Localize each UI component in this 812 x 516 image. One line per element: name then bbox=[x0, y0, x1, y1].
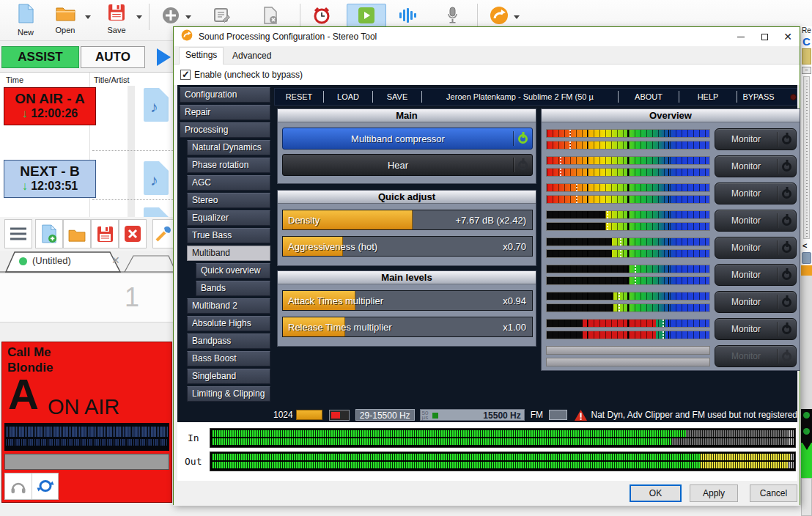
close-button[interactable]: ✕ bbox=[776, 28, 800, 45]
menu-item-bandpass[interactable]: Bandpass bbox=[187, 333, 270, 349]
tab-title[interactable]: (Untitled) bbox=[32, 255, 71, 266]
menu-item-quick-overview[interactable]: Quick overview bbox=[196, 263, 270, 279]
power-icon[interactable] bbox=[782, 325, 791, 334]
power-icon[interactable] bbox=[782, 298, 791, 307]
density-slider[interactable]: Density +7.67 dB (x2.42) bbox=[282, 210, 533, 230]
menu-item-processing[interactable]: Processing bbox=[180, 122, 270, 138]
enable-checkbox[interactable] bbox=[180, 70, 191, 80]
remove-file-button[interactable] bbox=[256, 4, 285, 27]
menu-button[interactable] bbox=[4, 219, 32, 248]
menu-item-limiting-clipping[interactable]: Limiting & Clipping bbox=[187, 386, 270, 402]
save-dropdown-caret[interactable] bbox=[136, 15, 142, 19]
menu-item-absolute-highs[interactable]: Absolute Highs bbox=[187, 316, 270, 331]
tab-advanced[interactable]: Advanced bbox=[226, 48, 277, 64]
load-button[interactable]: LOAD bbox=[324, 92, 372, 101]
monitor-button-2[interactable]: Monitor bbox=[715, 155, 797, 177]
menu-item-multiband-2[interactable]: Multiband 2 bbox=[187, 298, 270, 314]
help-button[interactable]: HELP bbox=[679, 92, 737, 101]
monitor-button-4[interactable]: Monitor bbox=[715, 210, 797, 232]
monitor-button-5[interactable]: Monitor bbox=[715, 237, 797, 259]
menu-item-bass-boost[interactable]: Bass Boost bbox=[187, 351, 270, 366]
menu-item-repair[interactable]: Repair bbox=[180, 105, 270, 120]
open-playlist-button[interactable] bbox=[63, 219, 91, 248]
menu-item-equalizer[interactable]: Equalizer bbox=[187, 210, 270, 226]
monitor-button-7[interactable]: Monitor bbox=[715, 291, 797, 313]
microphone-button[interactable] bbox=[438, 4, 467, 27]
trash-icon[interactable] bbox=[802, 252, 811, 264]
power-icon[interactable] bbox=[782, 216, 791, 226]
open-button[interactable]: Open bbox=[45, 4, 85, 34]
edge-color-swatch[interactable] bbox=[802, 48, 811, 64]
prelisten-button[interactable] bbox=[5, 473, 32, 499]
save-button[interactable]: Save bbox=[97, 4, 136, 34]
playlist-row-onair[interactable]: ON AIR - A ↓ 12:00:26 bbox=[4, 87, 96, 125]
assist-button[interactable]: ASSIST bbox=[1, 46, 79, 68]
menu-item-singleband[interactable]: Singleband bbox=[187, 369, 270, 384]
loop-button[interactable] bbox=[32, 473, 58, 499]
ok-button[interactable]: OK bbox=[630, 484, 682, 502]
multiband-compressor-button[interactable]: Multiband compressor bbox=[282, 128, 533, 150]
minimize-button[interactable] bbox=[729, 28, 753, 45]
power-icon[interactable] bbox=[782, 135, 791, 144]
stereo-tool-dropdown-caret[interactable] bbox=[514, 15, 520, 19]
attack-times-slider[interactable]: Attack Times multiplier x0.94 bbox=[282, 290, 533, 311]
playlist-play-icon[interactable] bbox=[157, 48, 171, 66]
open-dropdown-caret[interactable] bbox=[85, 15, 91, 19]
menu-item-stereo[interactable]: Stereo bbox=[187, 193, 270, 208]
tab-close-icon[interactable]: ✕ bbox=[111, 254, 120, 266]
aggressiveness-slider[interactable]: Aggressiveness (hot) x0.70 bbox=[282, 236, 533, 257]
edit-list-button[interactable] bbox=[207, 4, 237, 27]
edge-left-arrow[interactable]: < bbox=[802, 241, 807, 250]
release-times-slider[interactable]: Release Times multiplier x1.00 bbox=[282, 317, 533, 337]
save-playlist-button[interactable] bbox=[91, 219, 119, 248]
license-warning: Nat Dyn, Adv Clipper and FM used but not… bbox=[575, 410, 797, 421]
maximize-button[interactable] bbox=[753, 28, 776, 45]
audio-file-icon[interactable] bbox=[144, 207, 169, 217]
save-preset-button[interactable]: SAVE bbox=[373, 92, 421, 101]
menu-item-agc[interactable]: AGC bbox=[187, 175, 270, 191]
menu-item-phase-rotation[interactable]: Phase rotation bbox=[187, 158, 270, 173]
play-button[interactable] bbox=[347, 4, 386, 27]
scheduler-button[interactable] bbox=[307, 4, 336, 27]
menu-item-natural-dynamics[interactable]: Natural Dynamics bbox=[187, 140, 270, 155]
power-icon[interactable] bbox=[518, 134, 528, 144]
audio-file-icon[interactable] bbox=[144, 161, 169, 195]
audio-file-icon[interactable] bbox=[144, 88, 169, 122]
power-icon[interactable] bbox=[782, 270, 791, 280]
preset-name[interactable]: Jeroen Platenkamp - Sublime 2 FM (50 µ bbox=[422, 92, 618, 101]
add-dropdown-caret[interactable] bbox=[185, 15, 191, 19]
waveform-display[interactable] bbox=[4, 423, 169, 451]
cancel-button[interactable]: Cancel bbox=[750, 484, 797, 502]
power-icon[interactable] bbox=[518, 161, 528, 170]
edge-collapse-button[interactable]: − bbox=[802, 67, 811, 74]
menu-item-configuration[interactable]: Configuration bbox=[180, 87, 270, 103]
add-button[interactable] bbox=[156, 4, 185, 27]
clear-playlist-button[interactable] bbox=[119, 219, 147, 248]
monitor-button-1[interactable]: Monitor bbox=[715, 128, 797, 150]
hear-button[interactable]: Hear bbox=[282, 154, 533, 176]
about-button[interactable]: ABOUT bbox=[619, 92, 679, 101]
menu-item-true-bass[interactable]: True Bass bbox=[187, 228, 270, 243]
reset-button[interactable]: RESET bbox=[275, 92, 323, 101]
bypass-button[interactable]: BYPASS bbox=[737, 92, 780, 101]
monitor-button-3[interactable]: Monitor bbox=[715, 183, 797, 204]
monitor-button-6[interactable]: Monitor bbox=[715, 264, 797, 286]
power-icon[interactable] bbox=[782, 189, 791, 199]
apply-button[interactable]: Apply bbox=[690, 484, 738, 502]
stereo-tool-button[interactable] bbox=[484, 4, 514, 27]
power-icon[interactable] bbox=[782, 243, 791, 253]
vertical-scrollbar[interactable] bbox=[803, 76, 810, 239]
waveform-button[interactable] bbox=[394, 4, 423, 27]
tab-settings[interactable]: Settings bbox=[179, 47, 224, 64]
menu-item-bands[interactable]: Bands bbox=[196, 281, 270, 296]
tools-button[interactable] bbox=[152, 219, 173, 248]
power-icon[interactable] bbox=[782, 162, 791, 172]
dialog-titlebar[interactable]: Sound Processing Configuration - Stereo … bbox=[174, 27, 800, 46]
monitor-button-8[interactable]: Monitor bbox=[715, 318, 797, 340]
progress-bar[interactable] bbox=[4, 454, 169, 470]
menu-item-multiband[interactable]: Multiband bbox=[187, 246, 270, 261]
new-button[interactable]: New bbox=[6, 4, 45, 37]
playlist-row-next[interactable]: NEXT - B ↓ 12:03:51 bbox=[4, 160, 96, 198]
auto-button[interactable]: AUTO bbox=[81, 46, 145, 68]
new-playlist-button[interactable] bbox=[35, 219, 63, 248]
